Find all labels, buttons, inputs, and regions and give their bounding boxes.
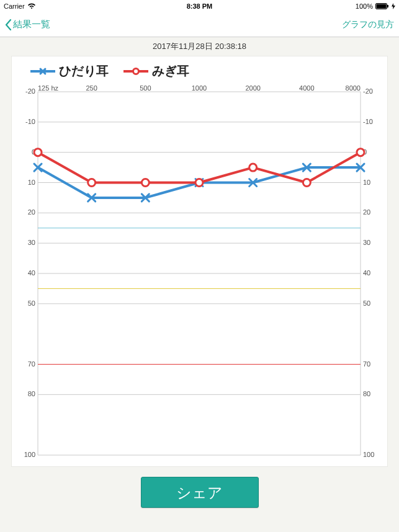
svg-text:20: 20: [363, 208, 370, 216]
share-button[interactable]: シェア: [141, 477, 259, 508]
svg-text:125 hz: 125 hz: [38, 84, 59, 92]
svg-text:70: 70: [28, 360, 35, 368]
svg-text:500: 500: [140, 84, 151, 92]
svg-text:10: 10: [28, 179, 35, 186]
svg-text:2000: 2000: [245, 84, 260, 92]
svg-point-65: [195, 179, 203, 187]
status-bar: Carrier 8:38 PM 100%: [0, 0, 399, 12]
svg-text:250: 250: [86, 84, 97, 92]
svg-text:30: 30: [363, 239, 370, 246]
svg-text:100: 100: [24, 451, 35, 458]
svg-text:70: 70: [363, 360, 370, 368]
svg-text:-10: -10: [363, 118, 373, 125]
legend-right-ear: みぎ耳: [123, 63, 189, 79]
svg-text:-20: -20: [363, 87, 373, 95]
result-timestamp: 2017年11月28日 20:38:18: [11, 37, 388, 56]
svg-text:10: 10: [363, 179, 370, 186]
svg-text:40: 40: [363, 269, 370, 277]
svg-point-68: [357, 149, 364, 156]
svg-text:-20: -20: [25, 87, 35, 95]
charging-icon: [392, 3, 395, 9]
back-button[interactable]: 結果一覧: [5, 19, 50, 30]
svg-text:-10: -10: [25, 118, 35, 125]
audiogram-chart: -20-20-10-100010102020303040405050707080…: [19, 83, 380, 461]
back-label: 結果一覧: [13, 19, 50, 30]
svg-text:80: 80: [363, 390, 370, 397]
svg-text:100: 100: [363, 451, 374, 458]
svg-text:20: 20: [28, 208, 35, 216]
svg-point-67: [303, 179, 310, 187]
legend-left-label: ひだり耳: [59, 63, 109, 79]
battery-percent: 100%: [356, 2, 373, 10]
svg-text:30: 30: [28, 239, 35, 246]
battery-icon: [375, 3, 389, 9]
svg-rect-1: [377, 4, 387, 9]
legend-right-label: みぎ耳: [152, 63, 189, 79]
svg-point-62: [34, 149, 42, 156]
svg-text:4000: 4000: [299, 84, 314, 92]
legend-left-ear: ひだり耳: [30, 63, 109, 79]
content-area: 2017年11月28日 20:38:18 ひだり耳 みぎ耳 -20-20-10-…: [0, 37, 399, 532]
chart-help-button[interactable]: グラフの見方: [342, 19, 394, 30]
svg-text:80: 80: [28, 390, 35, 397]
svg-text:1000: 1000: [192, 84, 207, 92]
status-time: 8:38 PM: [187, 2, 213, 10]
svg-text:50: 50: [363, 299, 370, 307]
o-marker-icon: [132, 68, 140, 75]
carrier-label: Carrier: [4, 2, 25, 10]
svg-point-63: [88, 179, 96, 187]
svg-point-64: [141, 179, 149, 187]
svg-text:50: 50: [28, 299, 35, 307]
x-marker-icon: [38, 67, 47, 76]
legend: ひだり耳 みぎ耳: [12, 63, 387, 83]
svg-text:8000: 8000: [346, 84, 361, 92]
svg-rect-2: [387, 5, 388, 7]
nav-bar: 結果一覧 グラフの見方: [0, 12, 399, 37]
svg-point-66: [249, 164, 257, 171]
wifi-icon: [27, 3, 36, 9]
chart-card: ひだり耳 みぎ耳 -20-20-10-100010102020303040405…: [11, 56, 388, 467]
chevron-left-icon: [5, 19, 12, 30]
svg-text:40: 40: [28, 269, 35, 277]
